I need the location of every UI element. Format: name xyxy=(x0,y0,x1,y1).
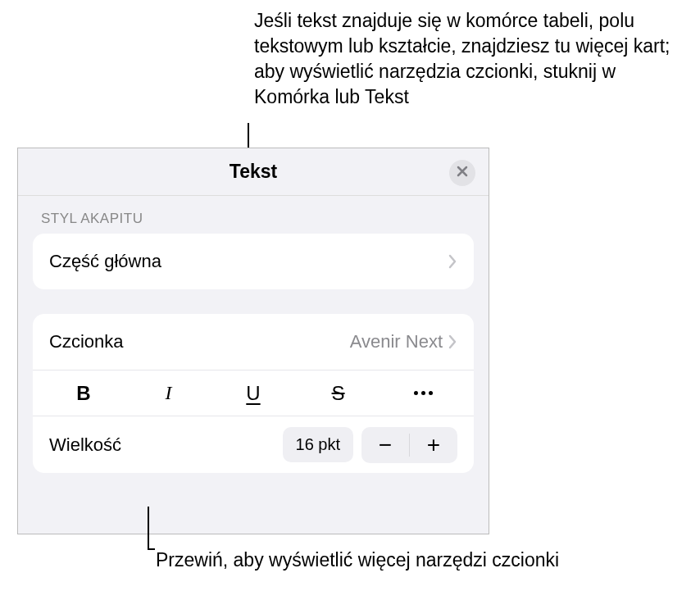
chevron-right-icon xyxy=(448,254,457,269)
bold-button[interactable]: B xyxy=(41,370,126,416)
panel-header: Tekst xyxy=(18,148,489,196)
text-format-panel: Tekst STYL AKAPITU Część główna Czcionka… xyxy=(17,148,489,534)
more-formats-button[interactable] xyxy=(380,370,466,416)
size-stepper: − + xyxy=(361,427,457,463)
paragraph-style-row[interactable]: Część główna xyxy=(33,234,474,289)
callout-line xyxy=(148,548,155,550)
underline-icon: U xyxy=(246,382,260,405)
font-row[interactable]: Czcionka Avenir Next xyxy=(33,314,474,370)
size-row: Wielkość 16 pkt − + xyxy=(33,416,474,473)
more-icon xyxy=(414,391,433,395)
italic-icon: I xyxy=(165,382,171,404)
paragraph-style-card: Część główna xyxy=(33,234,474,289)
callout-line xyxy=(148,507,149,549)
format-row: B I U S xyxy=(33,370,474,416)
font-label: Czcionka xyxy=(49,331,350,352)
italic-button[interactable]: I xyxy=(126,370,211,416)
underline-button[interactable]: U xyxy=(211,370,296,416)
panel-title: Tekst xyxy=(230,161,277,183)
callout-text-top: Jeśli tekst znajduje się w komórce tabel… xyxy=(254,8,689,110)
font-value: Avenir Next xyxy=(350,331,443,352)
size-increase-button[interactable]: + xyxy=(410,427,457,463)
callout-text-bottom: Przewiń, aby wyświetlić więcej narzędzi … xyxy=(156,548,566,573)
close-icon xyxy=(457,166,468,180)
section-label-paragraph-style: STYL AKAPITU xyxy=(18,196,489,234)
bold-icon: B xyxy=(76,382,90,405)
strikethrough-button[interactable]: S xyxy=(296,370,381,416)
chevron-right-icon xyxy=(448,334,457,349)
strikethrough-icon: S xyxy=(332,382,345,405)
font-card: Czcionka Avenir Next B I U S xyxy=(33,314,474,473)
paragraph-style-value: Część główna xyxy=(49,251,448,272)
size-decrease-button[interactable]: − xyxy=(361,427,409,463)
size-value-button[interactable]: 16 pkt xyxy=(283,427,353,462)
size-label: Wielkość xyxy=(49,434,283,456)
close-button[interactable] xyxy=(449,160,475,186)
